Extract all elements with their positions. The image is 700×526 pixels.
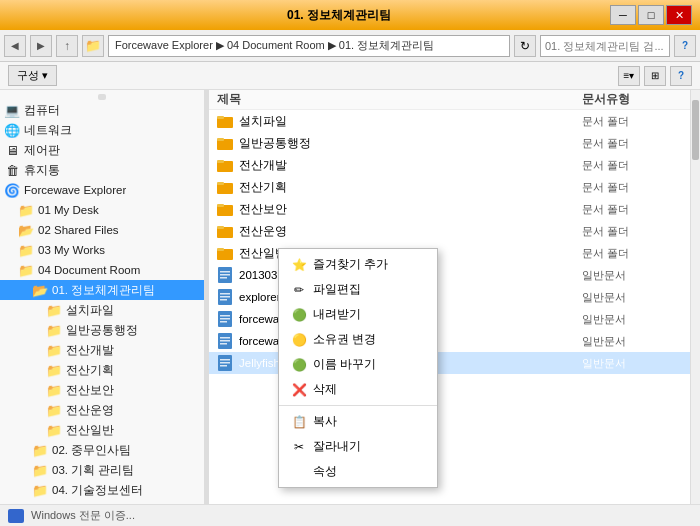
toolbar: 구성 ▾ ≡▾ ⊞ ? <box>0 62 700 90</box>
sidebar-item-docroom[interactable]: 📁04 Document Room <box>0 260 204 280</box>
ctx-item-bookmark[interactable]: ⭐즐겨찾기 추가 <box>279 252 437 277</box>
sidebar-label-security: 전산보안 <box>66 383 114 398</box>
ctx-item-edit[interactable]: ✏파일편집 <box>279 277 437 302</box>
window-title: 01. 정보체계관리팀 <box>68 7 610 24</box>
sidebar-item-personnel[interactable]: 📁02. 중무인사팀 <box>0 440 204 460</box>
svg-rect-15 <box>220 271 230 273</box>
ctx-icon-rename: 🟢 <box>291 357 307 373</box>
minimize-button[interactable]: ─ <box>610 5 636 25</box>
ctx-icon-bookmark: ⭐ <box>291 257 307 273</box>
ctx-label-download: 내려받기 <box>313 306 361 323</box>
ctx-item-permission[interactable]: 🟡소유권 변경 <box>279 327 437 352</box>
svg-rect-32 <box>220 362 230 364</box>
svg-rect-20 <box>220 296 230 298</box>
sidebar-item-planning[interactable]: 📁03. 기획 관리팀 <box>0 460 204 480</box>
ctx-item-download[interactable]: 🟢내려받기 <box>279 302 437 327</box>
column-header: 제목 문서유형 <box>209 90 690 110</box>
sidebar-item-network[interactable]: 🌐네트워크 <box>0 120 204 140</box>
sidebar-label-recycle: 휴지통 <box>24 163 60 178</box>
file-row-f1[interactable]: 설치파일문서 폴더 <box>209 110 690 132</box>
toolbar-right: ≡▾ ⊞ ? <box>618 66 692 86</box>
ctx-item-delete[interactable]: ❌삭제 <box>279 377 437 402</box>
forward-button[interactable]: ▶ <box>30 35 52 57</box>
status-bar: Windows 전문 이증... <box>0 504 700 526</box>
file-type: 일반문서 <box>582 356 682 371</box>
sidebar-item-security[interactable]: 📁전산보안 <box>0 380 204 400</box>
help-button[interactable]: ? <box>674 35 696 57</box>
file-row-f3[interactable]: 전산개발문서 폴더 <box>209 154 690 176</box>
folder-icon-general: 📁 <box>46 322 62 338</box>
ctx-item-rename[interactable]: 🟢이름 바꾸기 <box>279 352 437 377</box>
ctx-label-rename: 이름 바꾸기 <box>313 356 376 373</box>
ctx-item-properties[interactable]: 속성 <box>279 459 437 484</box>
folder-icon <box>217 135 233 151</box>
folder-icon-general2: 📁 <box>46 422 62 438</box>
col-type-header: 문서유형 <box>582 92 682 107</box>
file-type: 문서 폴더 <box>582 114 682 129</box>
ctx-separator <box>279 405 437 406</box>
close-button[interactable]: ✕ <box>666 5 692 25</box>
back-button[interactable]: ◀ <box>4 35 26 57</box>
folder-icon <box>217 201 233 217</box>
sidebar-label-docroom: 04 Document Room <box>38 264 140 276</box>
sidebar-item-works[interactable]: 📁03 My Works <box>0 240 204 260</box>
sidebar-item-techinfo[interactable]: 📁04. 기술정보센터 <box>0 480 204 500</box>
sidebar-item-mydesk[interactable]: 📁01 My Desk <box>0 200 204 220</box>
sidebar-item-forcewave[interactable]: 🌀Forcewave Explorer <box>0 180 204 200</box>
folder-icon-infomgmt: 📂 <box>32 282 48 298</box>
view-button[interactable]: ≡▾ <box>618 66 640 86</box>
title-bar: 01. 정보체계관리팀 ─ □ ✕ <box>0 0 700 30</box>
col-title-header: 제목 <box>217 92 582 107</box>
sidebar-label-devtotal: 전산개발 <box>66 343 114 358</box>
scroll-thumb[interactable] <box>692 100 699 160</box>
sidebar-item-ops[interactable]: 📁전산운영 <box>0 400 204 420</box>
sidebar-label-personnel: 02. 중무인사팀 <box>52 443 131 458</box>
ctx-icon-download: 🟢 <box>291 307 307 323</box>
file-row-f2[interactable]: 일반공통행정문서 폴더 <box>209 132 690 154</box>
up-button[interactable]: ↑ <box>56 35 78 57</box>
maximize-button[interactable]: □ <box>638 5 664 25</box>
tiles-button[interactable]: ⊞ <box>644 66 666 86</box>
folder-icon-docroom: 📁 <box>18 262 34 278</box>
folder-icon <box>217 245 233 261</box>
help-toolbar-button[interactable]: ? <box>670 66 692 86</box>
doc-icon <box>217 267 233 283</box>
doc-icon <box>217 355 233 371</box>
sidebar-item-general2[interactable]: 📁전산일반 <box>0 420 204 440</box>
sidebar-label-planning: 03. 기획 관리팀 <box>52 463 134 478</box>
sidebar-item-external[interactable]: 📁05. 대외협력부 <box>0 500 204 504</box>
sidebar-item-computer[interactable]: 💻컴퓨터 <box>0 100 204 120</box>
ctx-item-cut[interactable]: ✂잘라내기 <box>279 434 437 459</box>
sidebar-item-general[interactable]: 📁일반공통행정 <box>0 320 204 340</box>
sidebar-item-install[interactable]: 📁설치파일 <box>0 300 204 320</box>
svg-rect-23 <box>220 315 230 317</box>
ctx-icon-permission: 🟡 <box>291 332 307 348</box>
file-row-f5[interactable]: 전산보안문서 폴더 <box>209 198 690 220</box>
sidebar-label-mydesk: 01 My Desk <box>38 204 99 216</box>
file-type: 문서 폴더 <box>582 180 682 195</box>
organize-button[interactable]: 구성 ▾ <box>8 65 57 86</box>
sidebar-item-devtotal[interactable]: 📁전산개발 <box>0 340 204 360</box>
sidebar-label-works: 03 My Works <box>38 244 105 256</box>
sidebar-item-control[interactable]: 🖥제어판 <box>0 140 204 160</box>
folder-icon-devtotal: 📁 <box>46 342 62 358</box>
folder-icon <box>217 223 233 239</box>
sidebar-label-techinfo: 04. 기술정보센터 <box>52 483 143 498</box>
file-type: 일반문서 <box>582 290 682 305</box>
sidebar-item-plan[interactable]: 📁전산기획 <box>0 360 204 380</box>
ctx-item-copy[interactable]: 📋복사 <box>279 409 437 434</box>
search-input[interactable] <box>540 35 670 57</box>
sidebar-item-shared[interactable]: 📂02 Shared Files <box>0 220 204 240</box>
content-scrollbar[interactable] <box>690 90 700 504</box>
sidebar-label-install: 설치파일 <box>66 303 114 318</box>
file-row-f6[interactable]: 전산운영문서 폴더 <box>209 220 690 242</box>
breadcrumb-text: Forcewave Explorer ▶ 04 Document Room ▶ … <box>115 38 434 53</box>
file-row-f4[interactable]: 전산기획문서 폴더 <box>209 176 690 198</box>
file-name: 전산기획 <box>239 180 582 195</box>
svg-rect-1 <box>217 116 224 119</box>
refresh-button[interactable]: ↻ <box>514 35 536 57</box>
breadcrumb[interactable]: Forcewave Explorer ▶ 04 Document Room ▶ … <box>108 35 510 57</box>
sidebar-item-recycle[interactable]: 🗑휴지통 <box>0 160 204 180</box>
ctx-icon-edit: ✏ <box>291 282 307 298</box>
sidebar-item-infomgmt[interactable]: 📂01. 정보체계관리팀 <box>0 280 204 300</box>
